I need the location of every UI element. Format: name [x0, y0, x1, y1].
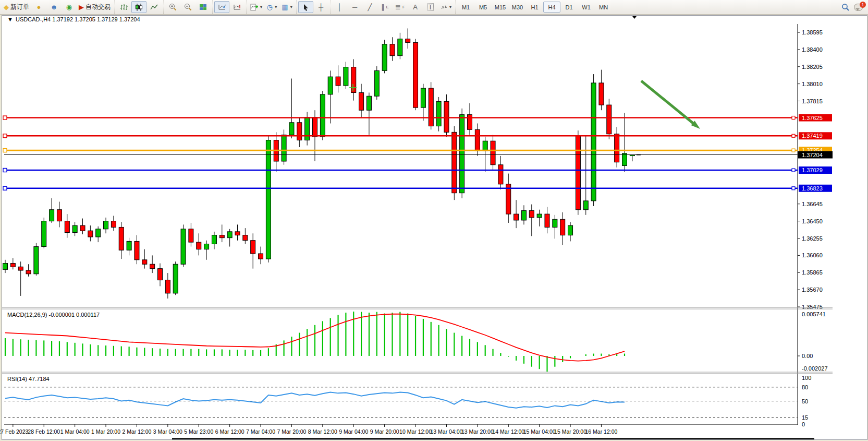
vertical-line-tool-button[interactable]: │ — [332, 1, 347, 13]
zoom-out-button[interactable] — [180, 1, 195, 13]
signals-button[interactable]: ◉ — [62, 1, 77, 13]
price-tick-label: 1.36645 — [802, 201, 823, 207]
periods-button[interactable]: ◷ ▾ — [264, 1, 279, 13]
bar-chart-button[interactable] — [116, 1, 131, 13]
horizontal-scrollbar[interactable] — [172, 438, 814, 439]
notifications-icon[interactable]: 1 — [854, 4, 863, 11]
text-label-tool-button[interactable]: T — [423, 1, 438, 13]
timeframe-button-h1[interactable]: H1 — [526, 2, 543, 13]
chart-dropdown-icon[interactable]: ▼ — [7, 16, 13, 22]
level-line-handle[interactable] — [3, 169, 7, 172]
text-tool-button[interactable]: A — [408, 1, 423, 13]
new-order-button[interactable]: ◆ 新订单 — [2, 1, 31, 13]
timeframe-group: M1M5M15M30H1H4D1W1MN — [455, 1, 614, 14]
level-line-handle[interactable] — [792, 149, 795, 152]
candle-body — [483, 141, 487, 151]
indicators-button[interactable]: ▾ — [248, 1, 264, 13]
candle-body — [351, 67, 356, 93]
level-line-handle[interactable] — [792, 134, 795, 137]
candle-body — [88, 231, 93, 237]
time-tick-label: 16 Mar 12:00 — [585, 428, 618, 435]
timeframe-button-m5[interactable]: M5 — [474, 2, 492, 13]
candle-body — [50, 210, 54, 221]
candle-body — [491, 141, 495, 165]
auto-scroll-button[interactable] — [214, 1, 229, 13]
candle-body — [135, 241, 139, 259]
autotrading-button[interactable]: ▶ 自动交易 — [77, 1, 113, 13]
candle-body — [429, 88, 433, 126]
level-line-handle[interactable] — [3, 116, 7, 120]
candle-body — [282, 135, 286, 161]
chart-shift-button[interactable] — [229, 1, 244, 13]
tile-windows-button[interactable] — [195, 1, 211, 13]
main-toolbar: ◆ 新订单 ● ☻ ◉ ▶ 自动交易 — [0, 0, 868, 15]
price-tick-label: 1.36450 — [802, 218, 823, 224]
candle-body — [3, 264, 8, 270]
crosshair-tool-button[interactable]: ┼ — [313, 1, 328, 13]
fibonacci-tool-button[interactable]: ≣ F — [393, 1, 408, 13]
level-line-handle[interactable] — [3, 186, 7, 190]
candle-body — [104, 221, 108, 229]
candle-body — [406, 39, 410, 43]
notification-badge: 1 — [860, 2, 866, 8]
level-line-handle[interactable] — [3, 134, 7, 138]
timeframe-button-m1[interactable]: M1 — [457, 2, 474, 13]
templates-dropdown-arrow[interactable]: ▾ — [290, 5, 292, 9]
trendline-tool-button[interactable]: ╱ — [362, 1, 377, 13]
candle-body — [390, 44, 395, 56]
candle-body — [366, 96, 371, 110]
template-icon: ▦ — [282, 4, 288, 10]
chart-canvas[interactable]: 1.376251.374191.372541.370291.368231.372… — [0, 0, 868, 441]
rsi-axis-label: 0 — [802, 421, 805, 427]
indicators-dropdown-arrow[interactable]: ▾ — [260, 5, 262, 9]
level-line-handle[interactable] — [3, 149, 7, 152]
arrows-tool-button[interactable]: ▾ — [438, 1, 454, 13]
time-tick-label: 1 Mar 20:00 — [91, 428, 120, 435]
timeframe-button-m30[interactable]: M30 — [509, 2, 526, 13]
level-line-handle[interactable] — [792, 187, 795, 190]
zoom-in-button[interactable] — [165, 1, 180, 13]
time-tick-label: 28 Feb 12:00 — [28, 428, 60, 435]
timeframe-button-m15[interactable]: M15 — [492, 2, 509, 13]
time-tick-label: 3 Mar 04:00 — [153, 428, 182, 435]
scroll-to-end-marker[interactable] — [632, 16, 637, 19]
community-button[interactable]: ☻ — [46, 1, 62, 13]
candle-body — [181, 229, 186, 264]
level-line-handle[interactable] — [792, 169, 795, 172]
autotrading-label: 自动交易 — [85, 3, 111, 11]
timeframe-button-mn[interactable]: MN — [595, 2, 612, 13]
candle-body — [591, 83, 596, 201]
new-order-icon: ◆ — [4, 4, 9, 10]
candlestick-chart-button[interactable] — [131, 1, 146, 13]
horizontal-line-tool-button[interactable]: ─ — [347, 1, 362, 13]
timeframe-button-w1[interactable]: W1 — [578, 2, 595, 13]
arrows-dropdown-arrow[interactable]: ▾ — [449, 5, 451, 9]
trend-arrow-annotation[interactable] — [641, 81, 696, 126]
candle-body — [42, 221, 46, 247]
price-tick-label: 1.38010 — [802, 81, 823, 87]
time-tick-label: 10 Mar 12:00 — [399, 428, 432, 435]
search-icon[interactable] — [841, 3, 850, 11]
candle-body — [142, 260, 147, 264]
candle-body — [259, 254, 263, 259]
candle-body — [313, 117, 317, 137]
candle-body — [197, 242, 201, 249]
price-tick-label: 1.36255 — [802, 235, 823, 242]
price-tick-label: 1.38595 — [802, 29, 823, 35]
candle-body — [560, 219, 565, 235]
periods-dropdown-arrow[interactable]: ▾ — [275, 5, 277, 9]
candle-body — [119, 227, 124, 250]
cursor-tool-button[interactable] — [298, 1, 313, 13]
timeframe-button-d1[interactable]: D1 — [560, 2, 578, 13]
rsi-axis-label: 80 — [802, 384, 808, 390]
time-tick-label: 27 Feb 2023 — [0, 428, 28, 435]
templates-button[interactable]: ▦ ▾ — [279, 1, 295, 13]
gold-icon-button[interactable]: ● — [31, 1, 46, 13]
current-price-badge-label: 1.37204 — [802, 152, 823, 158]
channel-tool-button[interactable]: ∥ E — [377, 1, 393, 13]
candle-body — [10, 264, 15, 267]
time-tick-label: 9 Mar 20:00 — [370, 428, 399, 435]
line-chart-button[interactable] — [146, 1, 162, 13]
timeframe-button-h4[interactable]: H4 — [543, 2, 560, 13]
level-line-handle[interactable] — [792, 116, 795, 120]
